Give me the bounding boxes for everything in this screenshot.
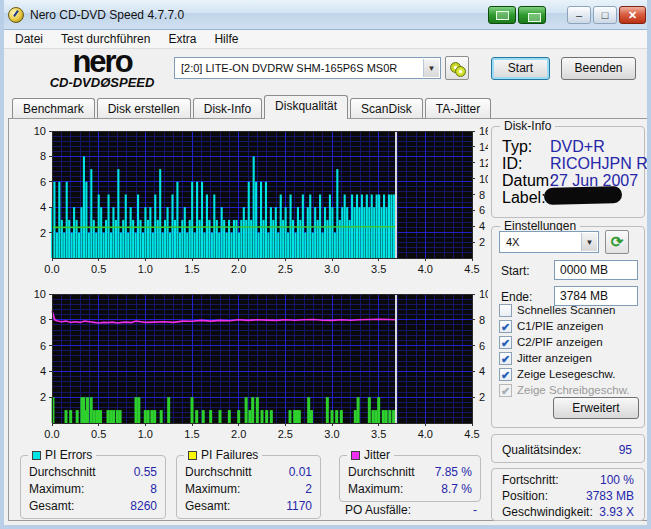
svg-text:1.5: 1.5 [184,263,199,275]
eject-disc-button[interactable] [445,56,469,80]
svg-text:6: 6 [479,340,485,352]
disk-info-row: Typ:DVD+R [492,138,644,155]
svg-text:3.5: 3.5 [371,263,386,275]
svg-text:4.0: 4.0 [418,428,433,440]
chevron-down-icon: ▼ [581,233,597,251]
svg-text:6: 6 [40,176,46,188]
checkbox-jitter-anzeigen[interactable]: ✔Jitter anzeigen [499,350,644,366]
scan-speed-select[interactable]: 4X ▼ [499,231,599,253]
close-button[interactable]: ✕ [619,6,646,24]
start-position-label: Start: [501,264,530,278]
stats-row-label: Durchschnitt [29,465,96,479]
quality-index-value: 95 [619,443,632,457]
checkbox-label: C1/PIE anzeigen [517,320,603,332]
progress-row-value: 3.93 X [599,505,634,519]
disk-info-row-label: ID: [502,155,522,173]
checkbox-label: Schnelles Scannen [517,304,615,316]
svg-text:14: 14 [479,141,488,153]
svg-text:4: 4 [479,365,485,377]
capture-button[interactable] [488,6,516,24]
disk-info-row-value: RICOHJPN R03 [550,155,651,173]
settings-checkboxes: Schnelles Scannen✔C1/PIE anzeigen✔C2/PIF… [499,302,644,398]
checkbox-schnelles-scannen[interactable]: Schnelles Scannen [499,302,644,318]
progress-row-label: Position: [502,489,548,503]
checkbox-box[interactable]: ✔ [499,352,512,365]
minimize-button[interactable]: – [567,6,591,24]
start-position-input[interactable] [554,260,638,280]
progress-panel: Fortschritt:100 %Position:3783 MBGeschwi… [491,468,645,521]
svg-text:6: 6 [40,340,46,352]
checkbox-zeige-lesegeschw[interactable]: ✔Zeige Lesegeschw. [499,366,644,382]
tab-diskqualit-t[interactable]: Diskqualität [264,95,348,119]
title-bar: Nero CD-DVD Speed 4.7.7.0 – □ ✕ [0,0,651,30]
menu-item-datei[interactable]: Datei [6,30,52,48]
stats-row-value: 0.01 [289,465,312,479]
stats-row-label: Gesamt: [29,499,74,513]
progress-row-value: 100 % [600,473,634,487]
quality-index-label: Qualitätsindex: [502,443,581,457]
checkbox-c2-pif-anzeigen[interactable]: ✔C2/PIF anzeigen [499,334,644,350]
nero-logo-wordmark: nero [28,49,176,75]
refresh-button[interactable]: ⟳ [605,230,629,254]
quality-index-panel: Qualitätsindex: 95 [491,434,645,463]
checkbox-box[interactable]: ✔ [499,320,512,333]
save-image-button[interactable] [518,6,546,24]
disk-label-redacted [544,186,622,205]
stats-panel-title: PI Errors [28,448,96,462]
stats-row: Maximum:8.7 % [340,482,480,499]
drive-select[interactable]: [2:0] LITE-ON DVDRW SHM-165P6S MS0R ▼ [174,57,441,79]
svg-text:2.0: 2.0 [231,263,246,275]
nero-logo: nero CD-DVDØSPEED [28,49,176,90]
tab-scandisk[interactable]: ScanDisk [350,98,423,119]
svg-text:10: 10 [34,125,46,137]
svg-text:0.0: 0.0 [44,263,59,275]
stats-row-value: 8260 [130,499,157,513]
save-icon [528,13,541,22]
pi-errors-stats: PI ErrorsDurchschnitt0.55Maximum:8Gesamt… [20,455,166,519]
svg-text:1.0: 1.0 [138,428,153,440]
checkbox-label: C2/PIF anzeigen [517,336,603,348]
advanced-button[interactable]: Erweitert [553,397,639,419]
svg-text:2: 2 [479,391,485,403]
checkbox-box[interactable] [499,304,512,317]
stats-row-label: Durchschnitt [348,465,415,479]
svg-text:3.5: 3.5 [371,428,386,440]
start-button[interactable]: Start [491,57,550,80]
quit-button[interactable]: Beenden [561,57,636,80]
stats-row-value: 2 [305,482,312,496]
disk-info-row-label: Datum: [502,172,554,190]
menu-item-hilfe[interactable]: Hilfe [205,30,247,48]
checkbox-box[interactable]: ✔ [499,368,512,381]
stats-row: Durchschnitt7.85 % [340,465,480,482]
disk-info-row-label: Label: [502,189,546,207]
stats-row-value: 8.7 % [441,482,472,496]
checkbox-zeige-schreibgeschw[interactable]: ✔Zeige Schreibgeschw. [499,382,644,398]
maximize-button[interactable]: □ [593,6,617,24]
po-failures-row: PO Ausfälle: - [345,503,481,519]
checkbox-box[interactable]: ✔ [499,336,512,349]
progress-row: Geschwindigkeit:3.93 X [492,505,644,521]
disk-info-row: ID:RICOHJPN R03 [492,155,644,172]
po-failures-label: PO Ausfälle: [345,503,411,517]
checkbox-c1-pie-anzeigen[interactable]: ✔C1/PIE anzeigen [499,318,644,334]
stats-row-label: Maximum: [185,482,240,496]
svg-text:10: 10 [479,288,488,300]
jitter-stats: JitterDurchschnitt7.85 %Maximum:8.7 % [339,455,481,502]
stats-row-label: Durchschnitt [185,465,252,479]
svg-text:4.5: 4.5 [464,263,479,275]
stats-row-value: 0.55 [134,465,157,479]
tab-disk-erstellen[interactable]: Disk erstellen [97,98,191,119]
checkbox-box[interactable]: ✔ [499,384,512,397]
tab-disk-info[interactable]: Disk-Info [193,98,262,119]
svg-text:2.0: 2.0 [231,428,246,440]
svg-text:0.5: 0.5 [91,263,106,275]
svg-text:8: 8 [40,314,46,326]
svg-text:2.5: 2.5 [278,263,293,275]
progress-row: Position:3783 MB [492,489,644,505]
progress-row-label: Fortschritt: [502,473,559,487]
progress-row: Fortschritt:100 % [492,473,644,489]
svg-text:12: 12 [479,157,488,169]
tab-benchmark[interactable]: Benchmark [12,98,95,119]
menu-item-extra[interactable]: Extra [159,30,205,48]
tab-ta-jitter[interactable]: TA-Jitter [425,98,491,119]
